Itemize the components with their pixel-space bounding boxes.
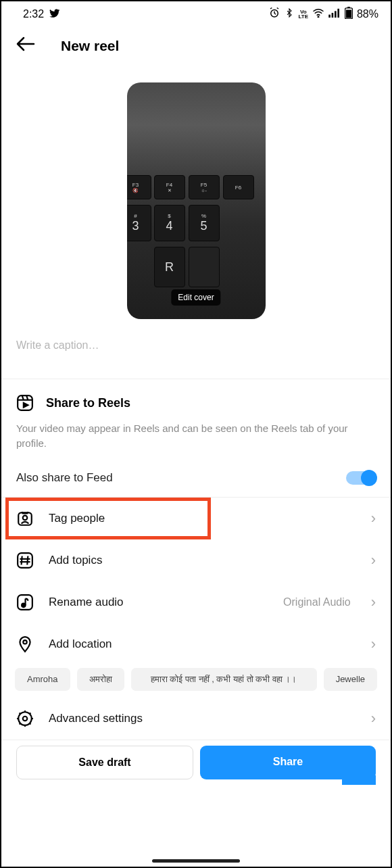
location-chip[interactable]: Jewelle — [324, 668, 377, 691]
location-chip[interactable]: अमरोहा — [77, 668, 124, 691]
rename-audio-label: Rename audio — [49, 596, 268, 609]
reels-icon — [16, 394, 34, 412]
chevron-right-icon: › — [371, 635, 376, 653]
share-button[interactable]: Share — [200, 746, 376, 779]
svg-line-4 — [277, 8, 278, 9]
svg-point-28 — [18, 712, 32, 725]
share-to-feed-label: Also share to Feed — [16, 471, 113, 485]
share-reels-title: Share to Reels — [46, 396, 130, 410]
add-topics-row[interactable]: Add topics › — [1, 539, 391, 581]
volte-icon: VoLTE — [298, 9, 308, 19]
header: New reel — [1, 24, 391, 66]
svg-line-21 — [27, 556, 28, 564]
status-bar: 2:32 VoLTE 88% — [1, 1, 391, 24]
svg-rect-6 — [328, 15, 330, 18]
chevron-right-icon: › — [371, 552, 376, 569]
bottom-button-bar: Save draft Share — [1, 740, 391, 786]
svg-rect-12 — [346, 10, 351, 18]
reel-cover-preview[interactable]: F3🔇 F4✕ F5☼- F6 #3 $4 %5 R Edit cover — [127, 82, 266, 319]
twitter-icon — [49, 9, 60, 20]
chevron-right-icon: › — [371, 710, 376, 727]
svg-rect-9 — [337, 9, 339, 18]
save-draft-button[interactable]: Save draft — [16, 746, 193, 779]
status-time: 2:32 — [23, 8, 44, 20]
svg-rect-7 — [332, 13, 334, 18]
alarm-icon — [268, 7, 280, 22]
tag-people-row[interactable]: Tag people › — [1, 498, 391, 539]
svg-line-34 — [20, 713, 21, 714]
share-reels-section: Share to Reels Your video may appear in … — [1, 379, 391, 459]
add-location-label: Add location — [49, 637, 356, 651]
tag-people-label: Tag people — [49, 512, 356, 525]
svg-rect-17 — [18, 512, 32, 525]
svg-line-35 — [30, 723, 31, 724]
share-reels-desc: Your video may appear in Reels and can b… — [16, 421, 376, 451]
hashtag-icon — [16, 552, 34, 569]
location-suggestions: Amroha अमरोहा हमारा कोई पता नहीं , कभी य… — [1, 665, 391, 698]
rename-audio-meta: Original Audio — [283, 596, 351, 608]
svg-point-29 — [23, 716, 28, 721]
add-topics-label: Add topics — [49, 554, 356, 567]
svg-rect-11 — [347, 7, 350, 8]
chevron-right-icon: › — [371, 594, 376, 611]
svg-line-3 — [270, 8, 272, 9]
page-title: New reel — [61, 38, 119, 54]
location-chip[interactable]: Amroha — [15, 668, 70, 691]
advanced-settings-row[interactable]: Advanced settings › — [1, 698, 391, 740]
signal-icon — [328, 8, 341, 20]
home-indicator[interactable] — [152, 859, 240, 863]
edit-cover-button[interactable]: Edit cover — [171, 289, 220, 306]
audio-icon — [16, 594, 34, 611]
chevron-right-icon: › — [371, 510, 376, 527]
svg-line-37 — [30, 713, 31, 714]
svg-rect-19 — [18, 553, 32, 568]
svg-point-18 — [23, 515, 28, 520]
bluetooth-icon — [285, 7, 294, 22]
caption-placeholder: Write a caption… — [16, 339, 99, 351]
svg-line-2 — [274, 14, 276, 15]
wifi-icon — [312, 8, 324, 20]
svg-line-20 — [22, 556, 22, 564]
back-icon[interactable] — [15, 35, 35, 57]
location-icon — [16, 635, 34, 653]
location-chip[interactable]: हमारा कोई पता नहीं , कभी यहां तो कभी वहा… — [131, 668, 317, 691]
share-to-feed-toggle[interactable] — [346, 471, 376, 485]
svg-rect-8 — [335, 11, 337, 18]
rename-audio-row[interactable]: Rename audio Original Audio › — [1, 581, 391, 623]
svg-point-27 — [23, 640, 26, 644]
add-location-row[interactable]: Add location › — [1, 623, 391, 665]
share-to-feed-row: Also share to Feed — [1, 459, 391, 497]
caption-input[interactable]: Write a caption… — [1, 330, 391, 379]
tag-people-icon — [16, 510, 34, 527]
battery-icon — [345, 7, 353, 22]
svg-point-5 — [318, 16, 319, 18]
gear-icon — [16, 710, 34, 727]
svg-line-36 — [20, 723, 21, 724]
battery-percent: 88% — [357, 8, 378, 20]
advanced-settings-label: Advanced settings — [49, 712, 356, 725]
